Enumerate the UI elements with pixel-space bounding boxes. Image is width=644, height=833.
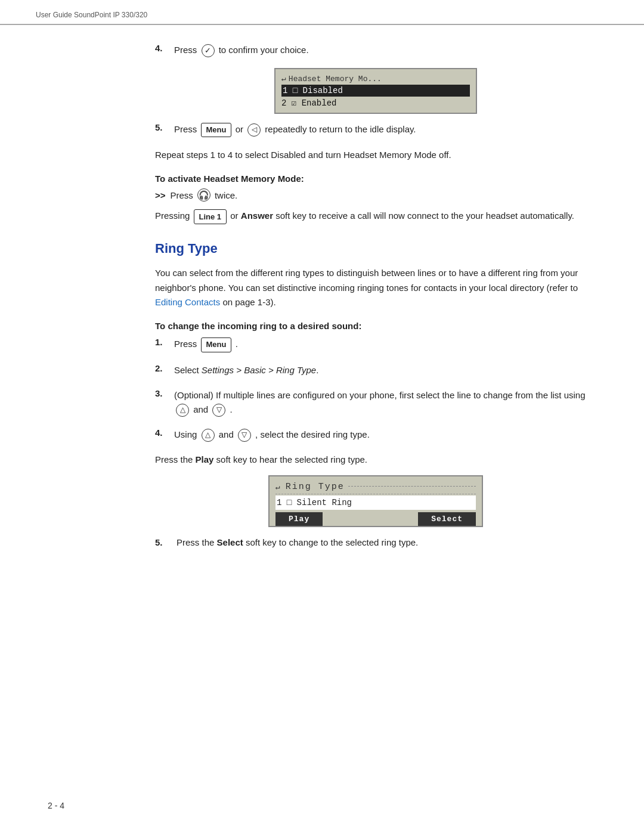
lcd-phone-icon: ↵ [281,74,286,83]
activate-heading: To activate Headset Memory Mode: [155,174,596,184]
ring-step2-italic: Settings > Basic > Ring Type [202,365,316,375]
ring-step4-using: Using [174,429,200,439]
up-arrow-icon-4: △ [202,429,215,442]
main-content: 4. Press ✓ to confirm your choice. ↵ Hea… [0,25,644,580]
line1-btn[interactable]: Line 1 [194,209,227,224]
pressing-prefix: Pressing [155,210,193,221]
lcd-disabled-label: 1 □ Disabled [283,86,343,95]
activate-press: Press [171,190,193,200]
ring-step-3-num: 3. [155,388,172,398]
step-4-block: 4. Press ✓ to confirm your choice. [155,43,596,57]
change-heading: To change the incoming ring to a desired… [155,321,596,331]
note-text-1: Repeat steps 1 to 4 to select Disabled a… [155,148,596,163]
ring-para1: You can select from the different ring t… [155,266,596,310]
note-content: Repeat steps 1 to 4 to select Disabled a… [155,150,451,160]
lcd-enabled-label: 2 ☑ Enabled [281,98,336,108]
ring-screen-row: 1 □ Silent Ring [275,496,476,510]
ring-step3-period: . [230,404,233,414]
ring-step4-and: and [219,429,236,439]
ring-step-1-text: Press Menu . [174,337,596,352]
headset-lcd-screen: ↵ Headset Memory Mo... 1 □ Disabled 2 ☑ … [274,68,477,114]
pressing-note: Pressing Line 1 or Answer soft key to re… [155,209,596,224]
ring-step3-label: (Optional) If multiple lines are configu… [174,390,586,400]
pressing-middle: or Answer soft key to receive a call wil… [230,210,574,221]
ring-title-icon: ↵ [275,482,281,492]
bb-arrow: >> [155,190,166,200]
step-5-text: Press Menu or ◁ repeatedly to return to … [174,122,596,137]
lcd-row-enabled: 2 ☑ Enabled [281,97,470,109]
select-bold: Select [217,537,243,547]
ring-lcd-screen: ↵ Ring Type 1 □ Silent Ring Play Select [268,475,483,527]
ring-step2-select: Select Settings > Basic > Ring Type. [174,365,318,375]
ring-step-1-num: 1. [155,337,172,347]
step-5-final-num: 5. [155,535,172,550]
page-footer: 2 - 4 [48,801,64,810]
play-bold: Play [196,454,214,465]
para1-text: You can select from the different ring t… [155,268,578,293]
step-4-num: 4. [155,43,172,53]
activate-step: >> Press 🎧 twice. [155,188,596,202]
ring-step1-press: Press [174,339,200,349]
answer-bold: Answer [241,210,273,221]
up-arrow-icon-3: △ [176,404,189,417]
step-5-final-text: Press the Select soft key to change to t… [177,535,418,550]
page-number: 2 - 4 [48,801,64,810]
ring-step-2: 2. Select Settings > Basic > Ring Type. [155,363,596,377]
headset-icon: 🎧 [197,188,210,202]
ring-step-1: 1. Press Menu . [155,337,596,352]
play-softkey[interactable]: Play [275,512,323,526]
ring-step-4: 4. Using △ and ▽ , select the desired ri… [155,428,596,442]
step-4-suffix: to confirm your choice. [219,45,309,55]
ring-title-text: Ring Type [286,482,345,492]
play-note: Press the Play soft key to hear the sele… [155,453,596,467]
menu-btn-step5[interactable]: Menu [201,123,232,138]
ring-step-2-text: Select Settings > Basic > Ring Type. [174,363,596,377]
ring-screen-title: ↵ Ring Type [275,480,476,494]
ring-step-2-num: 2. [155,363,172,373]
activate-twice: twice. [215,190,237,200]
check-icon: ✓ [202,44,215,57]
lcd-row-disabled: 1 □ Disabled [281,85,470,97]
ring-type-heading: Ring Type [155,241,596,256]
step-5-final-suffix: soft key to change to the selected ring … [246,537,418,547]
ring-step1-period: . [236,339,238,349]
step-5-or: or [236,124,246,134]
play-note-text: Press the Play soft key to hear the sele… [155,454,367,465]
lcd-title: Headset Memory Mo... [289,75,382,83]
step-5-num: 5. [155,122,172,132]
step-5-block: 5. Press Menu or ◁ repeatedly to return … [155,122,596,137]
header-title: User Guide SoundPoint IP 330/320 [36,11,147,19]
page-header: User Guide SoundPoint IP 330/320 [0,0,644,25]
ring-softkey-bar: Play Select [275,512,476,526]
step-4-text: Press ✓ to confirm your choice. [174,43,596,57]
ring-row-text: 1 □ Silent Ring [277,498,352,507]
ring-title-dots [348,486,476,487]
ring-step-3: 3. (Optional) If multiple lines are conf… [155,388,596,417]
para1-suffix: on page 1-3). [222,297,275,307]
down-arrow-icon-3: ▽ [212,404,225,417]
ring-step-4-num: 4. [155,428,172,438]
step-5-final: 5. Press the Select soft key to change t… [155,535,596,550]
menu-btn-ring1[interactable]: Menu [201,337,232,352]
ring-step-4-text: Using △ and ▽ , select the desired ring … [174,428,596,442]
ring-step4-suffix: , select the desired ring type. [255,429,370,439]
select-softkey[interactable]: Select [418,512,476,526]
step-5-press: Press [174,124,200,134]
ring-step-3-text: (Optional) If multiple lines are configu… [174,388,596,417]
editing-contacts-link[interactable]: Editing Contacts [155,297,222,307]
ring-step3-and: and [193,404,210,414]
left-arrow-icon: ◁ [247,123,261,137]
lcd-title-row: ↵ Headset Memory Mo... [281,73,470,85]
down-arrow-icon-4: ▽ [238,429,251,442]
step-4-label: Press [174,45,197,55]
step-5-suffix: repeatedly to return to the idle display… [265,124,416,134]
